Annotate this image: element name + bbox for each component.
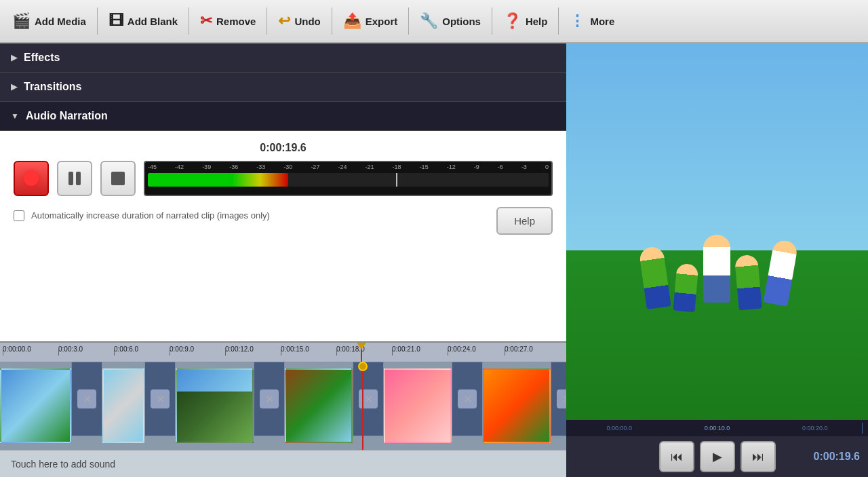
playback-time-readout: 0:00:19.6 (814, 451, 861, 463)
vu-scale: -45 -42 -39 -36 -33 -30 -27 -24 -21 -18 … (145, 162, 551, 172)
auto-increase-checkbox[interactable] (14, 210, 24, 221)
kids-scene (644, 247, 791, 315)
vu-bar-container (148, 173, 549, 187)
ruler-mark-7: 0:00:21.0 (392, 345, 420, 353)
pause-button[interactable] (57, 161, 92, 196)
right-panel: 0:00:00.0 0:00:10.0 0:00:20.0 ⏮ ▶ ⏭ 0:00… (566, 43, 868, 477)
add-media-label: Add Media (35, 16, 86, 27)
ruler-mark-8: 0:00:24.0 (448, 345, 476, 353)
transition-3[interactable]: ✕ (254, 362, 285, 436)
transition-5[interactable]: ✕ (452, 362, 483, 436)
remove-button[interactable]: ✂ Remove (191, 0, 265, 42)
clip-5-thumb (384, 368, 452, 443)
help-icon: ❓ (503, 12, 521, 30)
transitions-arrow-icon: ▶ (11, 82, 17, 92)
preview-position-marker (862, 423, 863, 434)
ruler-mark-4: 0:00:12.0 (225, 345, 254, 353)
play-icon: ▶ (713, 449, 722, 464)
help-button[interactable]: ❓ Help (494, 0, 557, 42)
more-label: More (590, 16, 614, 27)
more-button[interactable]: ⋮ More (560, 7, 624, 35)
export-icon: 📤 (343, 12, 361, 30)
divider-5 (408, 7, 409, 35)
audio-narration-panel: 0:00:19.6 (0, 131, 566, 341)
add-media-button[interactable]: 🎬 Add Media (3, 0, 96, 42)
transition-1-icon: ✕ (77, 389, 96, 408)
transition-1[interactable]: ✕ (71, 362, 102, 436)
clip-4-thumb (285, 368, 353, 443)
remove-label: Remove (216, 16, 256, 27)
clip-5[interactable] (384, 362, 452, 450)
timeline-ruler: 0:00:00.0 0:00:3.0 0:00:6.0 0:00:9.0 0:0… (0, 341, 566, 362)
vu-meter: -45 -42 -39 -36 -33 -30 -27 -24 -21 -18 … (144, 161, 553, 196)
remove-icon: ✂ (200, 12, 212, 30)
stop-icon (111, 172, 125, 185)
transitions-label: Transitions (24, 81, 81, 93)
effects-label: Effects (24, 52, 60, 64)
skip-end-icon: ⏭ (752, 450, 764, 464)
ruler-mark-0: 0:00:00.0 (3, 345, 31, 353)
preview-time-20: 0:00:20.0 (766, 425, 864, 432)
clip-1[interactable] (0, 362, 71, 450)
ruler-mark-1: 0:00:3.0 (58, 345, 83, 353)
clip-2[interactable] (102, 362, 144, 450)
divider-4 (332, 7, 332, 35)
add-blank-button[interactable]: 🎞 Add Blank (99, 0, 187, 42)
transition-3-icon: ✕ (260, 389, 279, 408)
transition-2-icon: ✕ (151, 389, 170, 408)
transition-4[interactable]: ✕ (353, 362, 384, 436)
options-icon: 🔧 (420, 12, 438, 30)
effects-arrow-icon: ▶ (11, 53, 17, 62)
preview-image (566, 43, 868, 420)
skip-start-icon: ⏮ (671, 450, 683, 464)
narration-help-button[interactable]: Help (496, 207, 553, 235)
clip-3[interactable] (176, 362, 254, 450)
auto-increase-row: Automatically increase duration of narra… (14, 210, 270, 221)
skip-to-start-button[interactable]: ⏮ (659, 441, 694, 472)
ruler-playhead (361, 343, 362, 362)
undo-icon: ↩ (278, 12, 290, 30)
audio-narration-arrow-icon: ▼ (11, 111, 19, 121)
filmstrip: ✕ ✕ ✕ (0, 362, 566, 450)
left-panel: ▶ Effects ▶ Transitions ▼ Audio Narratio… (0, 43, 566, 477)
options-row: Automatically increase duration of narra… (14, 207, 553, 235)
clip-1-thumb (0, 368, 71, 443)
auto-increase-label: Automatically increase duration of narra… (31, 210, 270, 221)
help-label: Help (526, 16, 548, 27)
clip-6-thumb (483, 368, 551, 443)
playback-controls: ⏮ ▶ ⏭ 0:00:19.6 (566, 436, 868, 477)
playhead-triangle-icon (357, 343, 366, 349)
undo-label: Undo (294, 16, 320, 27)
narration-content: 0:00:19.6 (0, 131, 566, 341)
clip-6[interactable] (483, 362, 551, 450)
transition-5-icon: ✕ (458, 389, 477, 408)
stop-button[interactable] (100, 161, 136, 196)
record-button[interactable] (14, 161, 49, 196)
more-dots-icon: ⋮ (570, 12, 586, 30)
divider-3 (267, 7, 267, 35)
ruler-mark-3: 0:00:9.0 (170, 345, 194, 353)
record-dot-icon (24, 171, 39, 186)
effects-section-header[interactable]: ▶ Effects (0, 43, 566, 73)
export-button[interactable]: 📤 Export (334, 0, 408, 42)
sound-track-label: Touch here to add sound (11, 459, 115, 470)
transitions-section-header[interactable]: ▶ Transitions (0, 73, 566, 102)
clip-3-thumb (176, 368, 254, 443)
add-media-icon: 🎬 (12, 12, 31, 30)
controls-row: -45 -42 -39 -36 -33 -30 -27 -24 -21 -18 … (14, 161, 553, 196)
options-button[interactable]: 🔧 Options (410, 0, 490, 42)
preview-time-10: 0:00:10.0 (668, 425, 766, 432)
playhead-ball-icon (358, 362, 368, 371)
clip-4[interactable] (285, 362, 353, 450)
preview-area (566, 43, 868, 420)
transition-6[interactable]: ✕ (551, 362, 566, 436)
audio-narration-section-header[interactable]: ▼ Audio Narration (0, 102, 566, 131)
undo-button[interactable]: ↩ Undo (269, 0, 330, 42)
sound-track[interactable]: Touch here to add sound (0, 450, 566, 477)
preview-time-0: 0:00:00.0 (570, 425, 668, 432)
ruler-mark-5: 0:00:15.0 (281, 345, 309, 353)
filmstrip-playhead (362, 362, 363, 450)
play-button[interactable]: ▶ (700, 441, 735, 472)
transition-2[interactable]: ✕ (144, 362, 176, 436)
skip-to-end-button[interactable]: ⏭ (741, 441, 776, 472)
